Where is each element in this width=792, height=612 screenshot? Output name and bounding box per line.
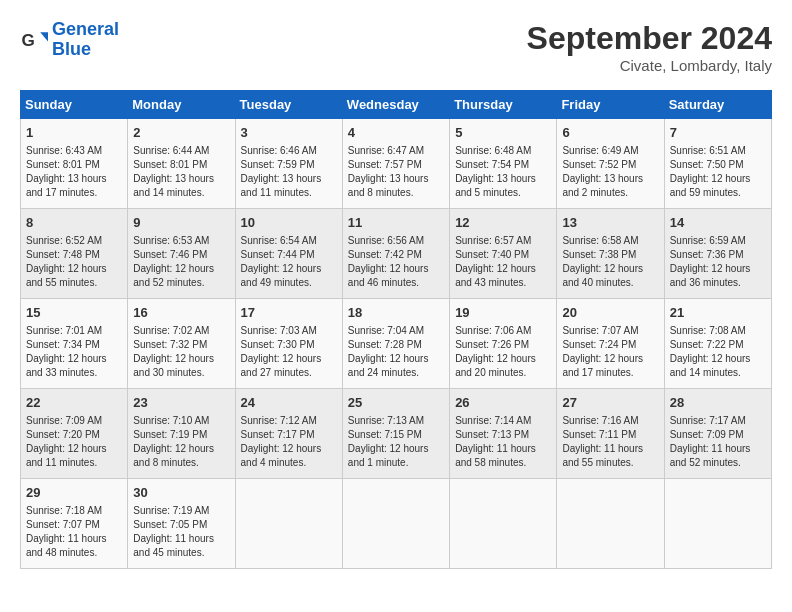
- day-info: Sunrise: 7:06 AM Sunset: 7:26 PM Dayligh…: [455, 324, 551, 380]
- day-number: 23: [133, 394, 229, 412]
- day-info: Sunrise: 6:58 AM Sunset: 7:38 PM Dayligh…: [562, 234, 658, 290]
- calendar-day-cell: 24Sunrise: 7:12 AM Sunset: 7:17 PM Dayli…: [235, 389, 342, 479]
- day-info: Sunrise: 7:07 AM Sunset: 7:24 PM Dayligh…: [562, 324, 658, 380]
- day-number: 2: [133, 124, 229, 142]
- logo-icon: G: [20, 26, 48, 54]
- calendar-day-cell: 17Sunrise: 7:03 AM Sunset: 7:30 PM Dayli…: [235, 299, 342, 389]
- logo-line1: General: [52, 19, 119, 39]
- day-number: 16: [133, 304, 229, 322]
- day-number: 6: [562, 124, 658, 142]
- day-info: Sunrise: 7:03 AM Sunset: 7:30 PM Dayligh…: [241, 324, 337, 380]
- day-number: 14: [670, 214, 766, 232]
- day-number: 5: [455, 124, 551, 142]
- day-info: Sunrise: 7:01 AM Sunset: 7:34 PM Dayligh…: [26, 324, 122, 380]
- day-info: Sunrise: 7:04 AM Sunset: 7:28 PM Dayligh…: [348, 324, 444, 380]
- day-number: 30: [133, 484, 229, 502]
- calendar-day-cell: 2Sunrise: 6:44 AM Sunset: 8:01 PM Daylig…: [128, 119, 235, 209]
- day-info: Sunrise: 7:17 AM Sunset: 7:09 PM Dayligh…: [670, 414, 766, 470]
- logo: G General Blue: [20, 20, 119, 60]
- calendar-day-cell: 8Sunrise: 6:52 AM Sunset: 7:48 PM Daylig…: [21, 209, 128, 299]
- calendar-day-cell: 16Sunrise: 7:02 AM Sunset: 7:32 PM Dayli…: [128, 299, 235, 389]
- weekday-header: Thursday: [450, 91, 557, 119]
- calendar-day-cell: 15Sunrise: 7:01 AM Sunset: 7:34 PM Dayli…: [21, 299, 128, 389]
- weekday-header: Saturday: [664, 91, 771, 119]
- day-number: 21: [670, 304, 766, 322]
- day-info: Sunrise: 7:16 AM Sunset: 7:11 PM Dayligh…: [562, 414, 658, 470]
- day-number: 19: [455, 304, 551, 322]
- calendar-day-cell: 28Sunrise: 7:17 AM Sunset: 7:09 PM Dayli…: [664, 389, 771, 479]
- day-info: Sunrise: 7:14 AM Sunset: 7:13 PM Dayligh…: [455, 414, 551, 470]
- calendar-day-cell: 23Sunrise: 7:10 AM Sunset: 7:19 PM Dayli…: [128, 389, 235, 479]
- day-number: 3: [241, 124, 337, 142]
- calendar-day-cell: 22Sunrise: 7:09 AM Sunset: 7:20 PM Dayli…: [21, 389, 128, 479]
- month-title: September 2024: [527, 20, 772, 57]
- svg-text:G: G: [22, 31, 35, 50]
- day-number: 27: [562, 394, 658, 412]
- calendar-day-cell: 13Sunrise: 6:58 AM Sunset: 7:38 PM Dayli…: [557, 209, 664, 299]
- day-number: 22: [26, 394, 122, 412]
- calendar-day-cell: 11Sunrise: 6:56 AM Sunset: 7:42 PM Dayli…: [342, 209, 449, 299]
- calendar-week-row: 15Sunrise: 7:01 AM Sunset: 7:34 PM Dayli…: [21, 299, 772, 389]
- day-info: Sunrise: 6:54 AM Sunset: 7:44 PM Dayligh…: [241, 234, 337, 290]
- weekday-header: Monday: [128, 91, 235, 119]
- day-info: Sunrise: 6:49 AM Sunset: 7:52 PM Dayligh…: [562, 144, 658, 200]
- day-number: 17: [241, 304, 337, 322]
- day-info: Sunrise: 6:47 AM Sunset: 7:57 PM Dayligh…: [348, 144, 444, 200]
- day-number: 15: [26, 304, 122, 322]
- calendar-day-cell: 6Sunrise: 6:49 AM Sunset: 7:52 PM Daylig…: [557, 119, 664, 209]
- day-info: Sunrise: 6:51 AM Sunset: 7:50 PM Dayligh…: [670, 144, 766, 200]
- day-info: Sunrise: 7:10 AM Sunset: 7:19 PM Dayligh…: [133, 414, 229, 470]
- day-number: 11: [348, 214, 444, 232]
- day-info: Sunrise: 6:53 AM Sunset: 7:46 PM Dayligh…: [133, 234, 229, 290]
- day-info: Sunrise: 7:18 AM Sunset: 7:07 PM Dayligh…: [26, 504, 122, 560]
- day-info: Sunrise: 7:02 AM Sunset: 7:32 PM Dayligh…: [133, 324, 229, 380]
- weekday-header: Sunday: [21, 91, 128, 119]
- weekday-header: Wednesday: [342, 91, 449, 119]
- day-number: 20: [562, 304, 658, 322]
- day-info: Sunrise: 7:19 AM Sunset: 7:05 PM Dayligh…: [133, 504, 229, 560]
- calendar-day-cell: 20Sunrise: 7:07 AM Sunset: 7:24 PM Dayli…: [557, 299, 664, 389]
- day-info: Sunrise: 7:08 AM Sunset: 7:22 PM Dayligh…: [670, 324, 766, 380]
- calendar-week-row: 29Sunrise: 7:18 AM Sunset: 7:07 PM Dayli…: [21, 479, 772, 569]
- calendar-week-row: 8Sunrise: 6:52 AM Sunset: 7:48 PM Daylig…: [21, 209, 772, 299]
- day-number: 1: [26, 124, 122, 142]
- calendar-day-cell: 21Sunrise: 7:08 AM Sunset: 7:22 PM Dayli…: [664, 299, 771, 389]
- calendar-day-cell: 14Sunrise: 6:59 AM Sunset: 7:36 PM Dayli…: [664, 209, 771, 299]
- day-number: 12: [455, 214, 551, 232]
- day-info: Sunrise: 7:09 AM Sunset: 7:20 PM Dayligh…: [26, 414, 122, 470]
- day-number: 8: [26, 214, 122, 232]
- calendar-day-cell: 12Sunrise: 6:57 AM Sunset: 7:40 PM Dayli…: [450, 209, 557, 299]
- calendar-day-cell: 5Sunrise: 6:48 AM Sunset: 7:54 PM Daylig…: [450, 119, 557, 209]
- day-number: 10: [241, 214, 337, 232]
- calendar-week-row: 1Sunrise: 6:43 AM Sunset: 8:01 PM Daylig…: [21, 119, 772, 209]
- calendar-day-cell: 27Sunrise: 7:16 AM Sunset: 7:11 PM Dayli…: [557, 389, 664, 479]
- day-info: Sunrise: 6:44 AM Sunset: 8:01 PM Dayligh…: [133, 144, 229, 200]
- calendar-table: SundayMondayTuesdayWednesdayThursdayFrid…: [20, 90, 772, 569]
- calendar-day-cell: 9Sunrise: 6:53 AM Sunset: 7:46 PM Daylig…: [128, 209, 235, 299]
- calendar-day-cell: 29Sunrise: 7:18 AM Sunset: 7:07 PM Dayli…: [21, 479, 128, 569]
- calendar-empty-cell: [664, 479, 771, 569]
- calendar-empty-cell: [235, 479, 342, 569]
- calendar-day-cell: 18Sunrise: 7:04 AM Sunset: 7:28 PM Dayli…: [342, 299, 449, 389]
- day-number: 18: [348, 304, 444, 322]
- day-info: Sunrise: 7:13 AM Sunset: 7:15 PM Dayligh…: [348, 414, 444, 470]
- calendar-week-row: 22Sunrise: 7:09 AM Sunset: 7:20 PM Dayli…: [21, 389, 772, 479]
- calendar-empty-cell: [342, 479, 449, 569]
- svg-marker-1: [40, 32, 48, 41]
- calendar-day-cell: 7Sunrise: 6:51 AM Sunset: 7:50 PM Daylig…: [664, 119, 771, 209]
- day-info: Sunrise: 6:43 AM Sunset: 8:01 PM Dayligh…: [26, 144, 122, 200]
- title-block: September 2024 Civate, Lombardy, Italy: [527, 20, 772, 74]
- day-number: 24: [241, 394, 337, 412]
- day-info: Sunrise: 6:48 AM Sunset: 7:54 PM Dayligh…: [455, 144, 551, 200]
- calendar-day-cell: 3Sunrise: 6:46 AM Sunset: 7:59 PM Daylig…: [235, 119, 342, 209]
- day-info: Sunrise: 6:56 AM Sunset: 7:42 PM Dayligh…: [348, 234, 444, 290]
- day-number: 9: [133, 214, 229, 232]
- page-header: G General Blue September 2024 Civate, Lo…: [20, 20, 772, 74]
- location: Civate, Lombardy, Italy: [527, 57, 772, 74]
- day-number: 4: [348, 124, 444, 142]
- weekday-header: Tuesday: [235, 91, 342, 119]
- calendar-day-cell: 30Sunrise: 7:19 AM Sunset: 7:05 PM Dayli…: [128, 479, 235, 569]
- day-info: Sunrise: 6:46 AM Sunset: 7:59 PM Dayligh…: [241, 144, 337, 200]
- calendar-day-cell: 1Sunrise: 6:43 AM Sunset: 8:01 PM Daylig…: [21, 119, 128, 209]
- day-number: 13: [562, 214, 658, 232]
